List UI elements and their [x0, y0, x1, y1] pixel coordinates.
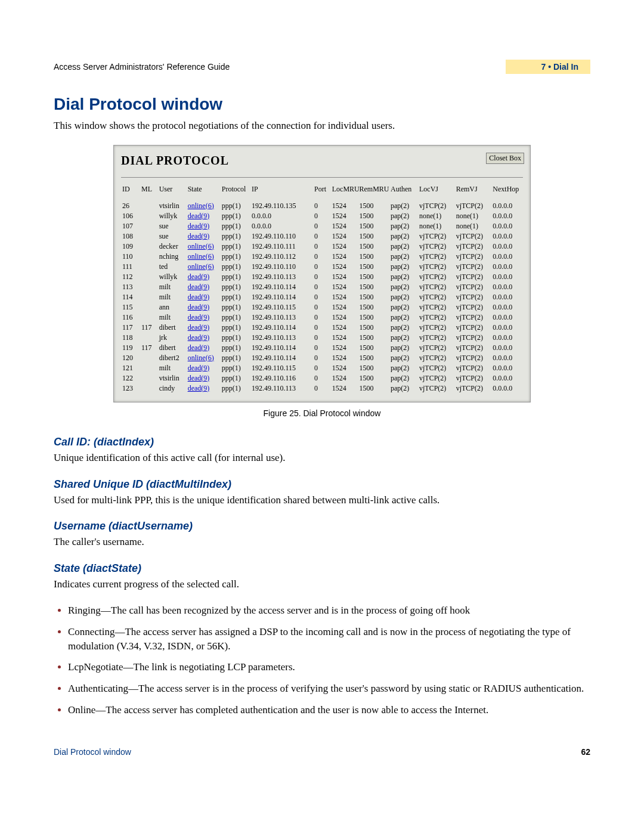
page-footer: Dial Protocol window 62 — [54, 747, 590, 757]
table-row: 120dibert2online(6)ppp(1)192.49.110.1140… — [121, 353, 523, 363]
divider — [121, 177, 523, 178]
subheading: Shared Unique ID (diactMultiIndex) — [54, 478, 590, 491]
subheading: Username (diactUsername) — [54, 520, 590, 532]
protocol-table: IDMLUserStateProtocolIPPortLocMRURemMRUA… — [121, 184, 523, 394]
table-row: 121miltdead(9)ppp(1)192.49.110.115015241… — [121, 363, 523, 373]
col-remmru: RemMRU — [358, 184, 389, 201]
subheading: Call ID: (diactIndex) — [54, 436, 590, 448]
table-row: 115anndead(9)ppp(1)192.49.110.1150152415… — [121, 302, 523, 312]
col-locvj: LocVJ — [418, 184, 455, 201]
table-row: 113miltdead(9)ppp(1)192.49.110.114015241… — [121, 282, 523, 292]
col-protocol: Protocol — [221, 184, 250, 201]
intro-paragraph: This window shows the protocol negotiati… — [54, 119, 590, 133]
table-row: 118jrkdead(9)ppp(1)192.49.110.1130152415… — [121, 333, 523, 343]
table-row: 106willykdead(9)ppp(1)0.0.0.0015241500pa… — [121, 211, 523, 221]
table-row: 108suedead(9)ppp(1)192.49.110.1100152415… — [121, 231, 523, 241]
page-title: Dial Protocol window — [54, 95, 590, 114]
col-id: ID — [121, 184, 140, 201]
list-item: Authenticating—The access server is in t… — [68, 682, 590, 696]
page-header: Access Server Administrators' Reference … — [54, 60, 590, 74]
table-row: 123cindydead(9)ppp(1)192.49.110.11301524… — [121, 383, 523, 394]
close-button[interactable]: Closet Box — [486, 153, 524, 164]
col-state: State — [187, 184, 221, 201]
col-nexthop: NextHop — [491, 184, 523, 201]
screenshot-heading: DIAL PROTOCOL — [121, 154, 229, 168]
table-row: 122vtsirlindead(9)ppp(1)192.49.110.11601… — [121, 373, 523, 383]
state-list: Ringing—The call has been recognized by … — [54, 603, 590, 717]
table-row: 112willykdead(9)ppp(1)192.49.110.1130152… — [121, 272, 523, 282]
paragraph: Unique identification of this active cal… — [54, 451, 590, 465]
paragraph: The caller's username. — [54, 535, 590, 549]
paragraph: Indicates current progress of the select… — [54, 577, 590, 592]
paragraph: Used for multi-link PPP, this is the uni… — [54, 493, 590, 507]
footer-left: Dial Protocol window — [54, 747, 131, 757]
table-row: 117117dibertdead(9)ppp(1)192.49.110.1140… — [121, 323, 523, 333]
list-item: Online—The access server has completed a… — [68, 703, 590, 717]
table-row: 119117dibertdead(9)ppp(1)192.49.110.1140… — [121, 343, 523, 353]
dial-protocol-screenshot: DIAL PROTOCOL Closet Box IDMLUserStatePr… — [113, 145, 531, 402]
table-row: 114miltdead(9)ppp(1)192.49.110.114015241… — [121, 292, 523, 302]
col-locmru: LocMRU — [331, 184, 358, 201]
figure-caption: Figure 25. Dial Protocol window — [54, 408, 590, 418]
table-row: 109deckeronline(6)ppp(1)192.49.110.11101… — [121, 241, 523, 252]
table-row: 26vtsirlinonline(6)ppp(1)192.49.110.1350… — [121, 201, 523, 211]
col-authen: Authen — [389, 184, 418, 201]
col-port: Port — [313, 184, 331, 201]
table-row: 116miltdead(9)ppp(1)192.49.110.113015241… — [121, 312, 523, 323]
col-ml: ML — [140, 184, 158, 201]
col-user: User — [158, 184, 187, 201]
table-row: 110nchingonline(6)ppp(1)192.49.110.11201… — [121, 252, 523, 262]
list-item: LcpNegotiate—The link is negotiating LCP… — [68, 660, 590, 674]
list-item: Ringing—The call has been recognized by … — [68, 603, 590, 618]
table-row: 107suedead(9)ppp(1)0.0.0.0015241500pap(2… — [121, 221, 523, 231]
list-item: Connecting—The access server has assigne… — [68, 625, 590, 654]
col-ip: IP — [250, 184, 313, 201]
chapter-label: 7 • Dial In — [506, 60, 590, 74]
table-row: 111tedonline(6)ppp(1)192.49.110.11001524… — [121, 262, 523, 272]
subheading: State (diactState) — [54, 562, 590, 575]
col-remvj: RemVJ — [455, 184, 492, 201]
doc-title: Access Server Administrators' Reference … — [54, 62, 230, 72]
page-number: 62 — [581, 747, 590, 757]
